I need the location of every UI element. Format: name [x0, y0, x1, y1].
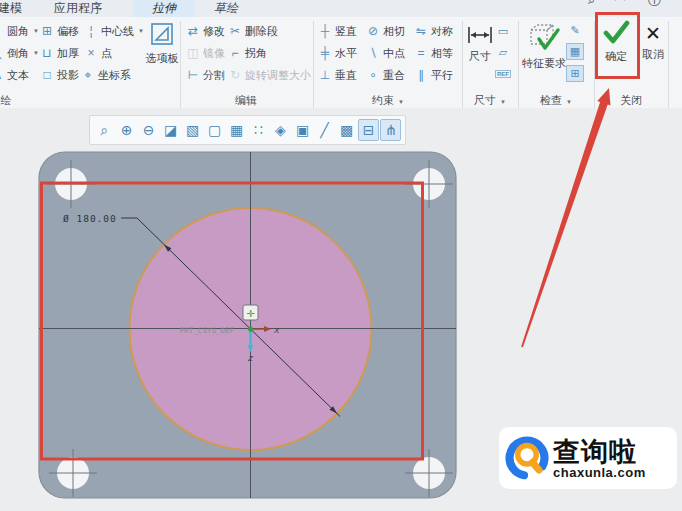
x-axis-label: X [273, 326, 280, 335]
text-tool-icon: A [0, 68, 4, 82]
group-label-constrain[interactable]: 约束 ▼ [348, 93, 428, 108]
icon-glyph: ⊞ [570, 67, 579, 80]
baseline-dimension-icon[interactable]: ▱ [494, 44, 512, 61]
ok-button[interactable]: 确定 [599, 19, 633, 64]
tab-extrude[interactable]: 拉伸 [133, 0, 195, 17]
corner-icon: ⌐ [228, 46, 242, 60]
ribbon-item-modify[interactable]: ⇄ 修改 [186, 23, 225, 39]
ribbon-item-divide[interactable]: ⊢ 分割 [186, 67, 225, 83]
ribbon-item-chamfer[interactable]: ◺ 倒角 ▼ [0, 45, 39, 61]
ribbon-item-corner[interactable]: ⌐ 拐角 [228, 45, 267, 61]
datum-display-icon[interactable]: ∷ [248, 119, 269, 141]
offset-label: 偏移 [57, 24, 79, 39]
cancel-button-label: 取消 [638, 47, 668, 62]
equal-constraint-icon: = [414, 46, 428, 60]
ribbon-item-delete-segment[interactable]: ✂ 删除段 [228, 23, 278, 39]
no-hidden-icon[interactable]: ▢ [204, 119, 225, 141]
dimension-value[interactable]: Ø 180.00 [63, 213, 117, 224]
group-label-text: 编辑 [235, 94, 257, 106]
divide-label: 分割 [203, 68, 225, 83]
sketcher-display-icon[interactable]: ⋔ [380, 119, 401, 141]
point-display-icon[interactable]: ▩ [336, 119, 357, 141]
ribbon-item-constraint-midpoint[interactable]: ∖ 中点 [366, 45, 405, 61]
ribbon-item-constraint-horizontal[interactable]: ╪ 水平 [318, 45, 357, 61]
spin-center-icon[interactable]: ◈ [270, 119, 291, 141]
ribbon-item-rotate-resize[interactable]: ↻ 旋转调整大小 [228, 67, 311, 83]
axis-display-icon[interactable]: ╱ [314, 119, 335, 141]
ribbon-item-constraint-perpendicular[interactable]: ⊥ 垂直 [318, 67, 357, 83]
ribbon-item-constraint-equal[interactable]: = 相等 [414, 45, 453, 61]
overlapping-geometry-icon[interactable]: ✎ [566, 22, 584, 39]
feature-requirements-icon [527, 22, 561, 52]
ribbon-item-text[interactable]: A 文本 [0, 67, 29, 83]
plane-display-icon[interactable]: ▣ [292, 119, 313, 141]
highlight-open-ends-icon[interactable]: ⊞ [566, 65, 584, 82]
chamfer-icon: ◺ [0, 46, 4, 60]
display-style-icon[interactable]: ▧ [182, 119, 203, 141]
perpendicular-constraint-icon: ⊥ [318, 68, 332, 82]
modify-icon: ⇄ [186, 24, 200, 38]
shade-closed-loops-icon[interactable]: ▦ [566, 43, 584, 60]
ribbon-item-fillet[interactable]: ◜ 圆角 ▼ [0, 23, 39, 39]
coordinate-system-icon: ⌖ [81, 68, 95, 82]
parallel-constraint-icon: ∥ [414, 68, 428, 82]
sketch-view-icon[interactable]: ⊟ [358, 119, 379, 141]
perimeter-dimension-icon[interactable]: ▭ [494, 23, 512, 40]
ribbon-item-point[interactable]: × 点 [84, 45, 112, 61]
divide-icon: ⊢ [186, 68, 200, 82]
capture-icon[interactable]: ▦ [226, 119, 247, 141]
ribbon-item-dimension[interactable]: 尺寸 [464, 25, 496, 64]
repaint-icon[interactable]: ◪ [160, 119, 181, 141]
ribbon-item-constraint-tangent[interactable]: ⊘ 相切 [366, 23, 405, 39]
group-label-inspect[interactable]: 检查 ▼ [526, 93, 586, 108]
ribbon-item-palette[interactable]: 选项板 [142, 21, 182, 66]
group-label-sketching: 绘 [0, 93, 16, 108]
constraint-label: 垂直 [335, 68, 357, 83]
group-label-text: 关闭 [620, 94, 642, 106]
tab-modeling[interactable]: 建模 [0, 0, 28, 17]
centerline-icon: ¦ [84, 24, 98, 38]
ribbon-item-project[interactable]: □ 投影 [40, 67, 79, 83]
fillet-label: 圆角 [7, 24, 29, 39]
ribbon-item-constraint-vertical[interactable]: ┼ 竖直 [318, 23, 357, 39]
coincident-constraint-icon: ∘ [366, 68, 380, 82]
mirror-icon: ◫ [186, 46, 200, 60]
ribbon-item-thicken[interactable]: ⊔ 加厚 [40, 45, 79, 61]
palette-label: 选项板 [142, 51, 182, 66]
ribbon-item-constraint-parallel[interactable]: ∥ 平行 [414, 67, 453, 83]
cancel-button[interactable]: ✕ 取消 [638, 23, 668, 62]
constraint-label: 竖直 [335, 24, 357, 39]
ribbon-item-constraint-coincident[interactable]: ∘ 重合 [366, 67, 405, 83]
ribbon-item-feature-requirements[interactable]: 特征要求 [520, 22, 568, 71]
chamfer-label: 倒角 [7, 46, 29, 61]
reference-dimension-icon[interactable]: REF [494, 65, 512, 82]
info-icon[interactable]: ⓘ [648, 0, 661, 10]
constraint-label: 对称 [431, 24, 453, 39]
search-icon[interactable]: ⌕ [588, 0, 595, 8]
tab-sketch[interactable]: 草绘 [208, 0, 244, 17]
ribbon-item-constraint-symmetric[interactable]: ⇋ 对称 [414, 23, 453, 39]
thicken-icon: ⊔ [40, 46, 54, 60]
point-label: 点 [101, 46, 112, 61]
zoom-in-icon[interactable]: ⊕ [116, 119, 137, 141]
circle-center-point[interactable] [248, 327, 253, 332]
ribbon: ◜ 圆角 ▼ ◺ 倒角 ▼ A 文本 ⊞ 偏移 ⊔ 加厚 □ 投影 ¦ 中心线 … [0, 17, 682, 109]
tab-applications[interactable]: 应用程序 [48, 0, 108, 17]
delete-segment-label: 删除段 [245, 24, 278, 39]
centerline-label: 中心线 [101, 24, 134, 39]
ok-button-label: 确定 [599, 49, 633, 64]
refit-icon[interactable]: ⌕ [94, 119, 115, 141]
ribbon-item-csys[interactable]: ⌖ 坐标系 [81, 67, 131, 83]
ribbon-item-centerline[interactable]: ¦ 中心线 ▼ [84, 23, 144, 39]
icon-glyph: ▱ [499, 46, 507, 59]
rotate-resize-label: 旋转调整大小 [245, 68, 311, 83]
constraint-label: 平行 [431, 68, 453, 83]
watermark-logo-icon [503, 434, 551, 482]
ribbon-item-offset[interactable]: ⊞ 偏移 [40, 23, 79, 39]
ribbon-item-mirror[interactable]: ◫ 镜像 [186, 45, 225, 61]
application-window: 建模 应用程序 拉伸 草绘 ⌕ ◠ ⓘ ◜ 圆角 ▼ ◺ 倒角 ▼ A 文本 ⊞ [0, 0, 682, 511]
zoom-out-icon[interactable]: ⊖ [138, 119, 159, 141]
minimize-ribbon-icon[interactable]: ◠ [614, 0, 625, 7]
group-label-dimension[interactable]: 尺寸 ▼ [460, 93, 520, 108]
constraint-label: 中点 [383, 46, 405, 61]
